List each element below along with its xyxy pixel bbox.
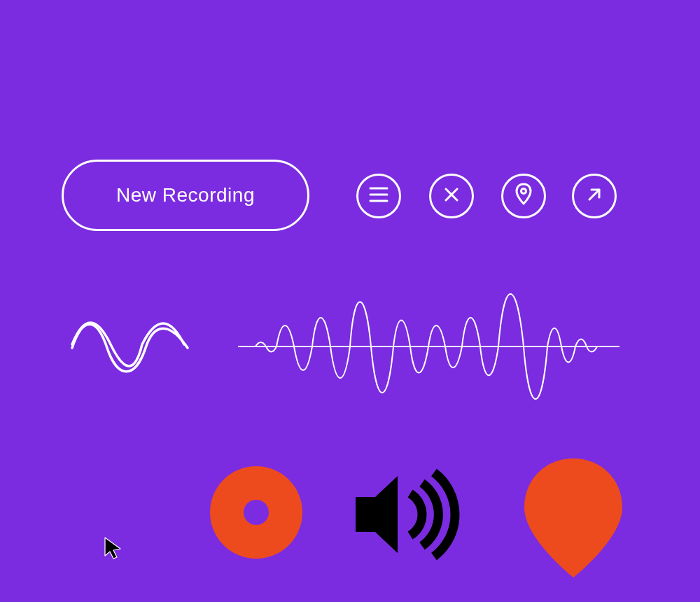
svg-line-6 [589,190,599,200]
record-icon[interactable] [207,463,305,561]
svg-marker-10 [356,476,398,553]
sine-wave-icon [69,309,191,386]
svg-marker-11 [105,538,120,559]
cursor-icon [104,536,123,560]
share-arrow-icon [585,186,603,206]
location-marker-icon[interactable] [521,455,626,581]
svg-point-5 [522,189,526,194]
audio-waveform-icon [238,270,620,424]
svg-point-9 [244,500,269,525]
share-button[interactable] [572,174,617,218]
new-recording-label: New Recording [116,184,255,206]
speaker-icon[interactable] [356,462,468,567]
menu-icon [369,187,388,205]
close-button[interactable] [429,174,474,218]
pin-icon [514,183,533,209]
new-recording-button[interactable]: New Recording [62,160,309,231]
close-icon [443,186,460,206]
pin-button[interactable] [501,174,546,218]
menu-button[interactable] [356,174,401,218]
